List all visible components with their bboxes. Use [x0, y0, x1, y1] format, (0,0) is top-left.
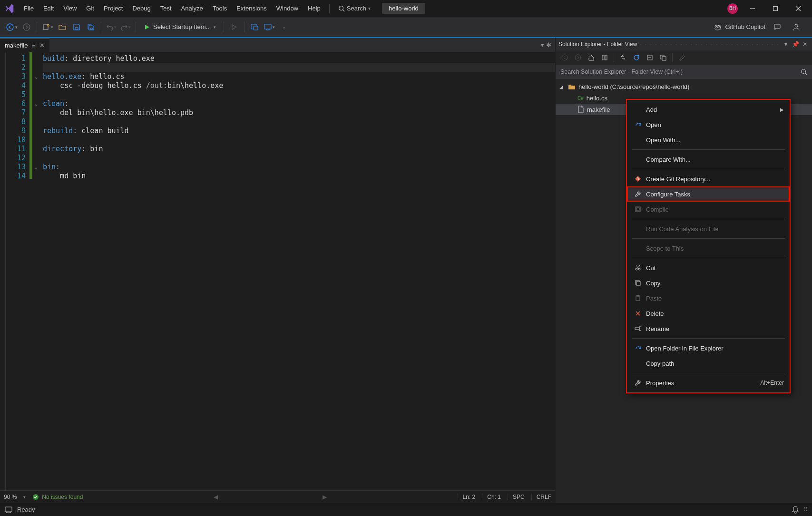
editor-column: makefile ⊟ ✕ ▾ ✻ 1234567891011121314 ⌄⌄⌄… — [0, 37, 555, 503]
panel-forward-icon[interactable] — [573, 52, 583, 63]
doctab-settings-icon[interactable]: ✻ — [546, 41, 551, 49]
context-menu-item-cut[interactable]: Cut — [627, 260, 790, 275]
menu-item-git[interactable]: Git — [81, 0, 99, 17]
redo-icon — [633, 121, 643, 128]
context-menu-item-create-git-repository[interactable]: Create Git Repository... — [627, 171, 790, 186]
start-label: Select Startup Item... — [153, 23, 211, 30]
menu-item-window[interactable]: Window — [272, 0, 303, 17]
start-debugging-button[interactable]: Select Startup Item... ▾ — [139, 20, 221, 34]
nav-forward-button[interactable] — [20, 20, 34, 34]
start-without-debug-button[interactable] — [227, 20, 241, 34]
char-indicator[interactable]: Ch: 1 — [482, 494, 501, 500]
panel-title-bar[interactable]: Solution Explorer - Folder View · · · · … — [556, 38, 812, 50]
notifications-icon[interactable] — [792, 506, 799, 514]
file-icon — [577, 106, 584, 113]
refresh-icon[interactable] — [631, 52, 642, 63]
menu-item-debug[interactable]: Debug — [127, 0, 155, 17]
context-menu-item-delete[interactable]: Delete — [627, 306, 790, 321]
code-content[interactable]: build: directory hello.exehello.exe: hel… — [40, 52, 555, 490]
context-menu-item-copy[interactable]: Copy — [627, 275, 790, 291]
search-label: Search — [347, 5, 366, 12]
context-menu-item-open[interactable]: Open — [627, 117, 790, 132]
minimize-button[interactable] — [744, 2, 761, 15]
redo-button[interactable]: ▾ — [118, 20, 133, 34]
context-menu-item-add[interactable]: Add▶ — [627, 102, 790, 117]
wrench-icon — [633, 191, 643, 197]
fold-column[interactable]: ⌄⌄⌄ — [32, 52, 40, 490]
output-icon[interactable] — [5, 506, 12, 513]
whitespace-indicator[interactable]: SPC — [508, 494, 525, 500]
document-tab-makefile[interactable]: makefile ⊟ ✕ — [0, 38, 49, 52]
maximize-button[interactable] — [767, 2, 783, 15]
context-menu-item-rename[interactable]: Rename — [627, 321, 790, 336]
home-icon[interactable] — [586, 52, 597, 63]
menu-item-edit[interactable]: Edit — [39, 0, 59, 17]
zoom-dropdown-icon[interactable]: ▾ — [23, 495, 26, 499]
panel-search-box[interactable]: Search Solution Explorer - Folder View (… — [556, 65, 812, 79]
nav-back-button[interactable]: ▾ — [4, 20, 20, 34]
zoom-level[interactable]: 90 % — [4, 494, 17, 500]
menu-item-test[interactable]: Test — [156, 0, 176, 17]
sync-icon[interactable] — [618, 52, 628, 63]
context-menu-item-copy-path[interactable]: Copy path — [627, 356, 790, 371]
svg-point-6 — [7, 24, 13, 30]
expand-icon[interactable]: ◢ — [559, 84, 565, 89]
context-menu-label: Open With... — [646, 136, 784, 144]
show-all-icon[interactable] — [658, 52, 668, 63]
live-share-button[interactable]: ▾ — [262, 20, 277, 34]
close-button[interactable] — [790, 2, 806, 15]
document-tab-label: makefile — [5, 42, 28, 49]
properties-icon[interactable] — [676, 52, 687, 63]
save-all-button[interactable] — [84, 20, 98, 34]
issues-indicator[interactable]: No issues found — [32, 494, 83, 500]
context-menu-item-open-with[interactable]: Open With... — [627, 132, 790, 147]
user-avatar[interactable]: BH — [727, 3, 738, 14]
panel-back-icon[interactable] — [559, 52, 570, 63]
doctab-dropdown-icon[interactable]: ▾ — [541, 41, 544, 49]
tree-root[interactable]: ◢ hello-world (C:\source\repos\hello-wor… — [556, 81, 812, 92]
collapse-all-icon[interactable] — [645, 52, 655, 63]
overflow-button[interactable]: ⌄ — [277, 20, 291, 34]
undo-button[interactable]: ▾ — [104, 20, 118, 34]
context-menu-label: Open — [646, 121, 784, 128]
context-menu-item-open-folder-in-file-explorer[interactable]: Open Folder in File Explorer — [627, 341, 790, 356]
menu-item-analyze[interactable]: Analyze — [176, 0, 208, 17]
resize-grip-icon[interactable]: ⠿ — [803, 506, 807, 514]
menu-item-view[interactable]: View — [59, 0, 81, 17]
github-copilot-button[interactable]: GitHub Copilot — [714, 23, 765, 31]
panel-toolbar — [556, 50, 812, 65]
menu-item-help[interactable]: Help — [303, 0, 325, 17]
svg-point-23 — [562, 55, 567, 60]
wrench-icon — [633, 380, 643, 386]
menu-item-file[interactable]: File — [19, 0, 39, 17]
pin-icon[interactable]: ⊟ — [31, 42, 36, 49]
panel-close-icon[interactable]: ✕ — [801, 41, 809, 48]
context-menu-item-properties[interactable]: PropertiesAlt+Enter — [627, 375, 790, 390]
account-button[interactable] — [789, 20, 803, 34]
line-indicator[interactable]: Ln: 2 — [458, 494, 476, 500]
menu-item-project[interactable]: Project — [99, 0, 127, 17]
svg-point-0 — [339, 6, 343, 10]
panel-dropdown-icon[interactable]: ▾ — [782, 41, 790, 48]
menu-item-tools[interactable]: Tools — [208, 0, 232, 17]
context-menu: Add▶OpenOpen With...Compare With...Creat… — [626, 99, 791, 393]
browser-link-button[interactable] — [247, 20, 262, 34]
switch-views-icon[interactable] — [599, 52, 610, 63]
context-menu-item-configure-tasks[interactable]: Configure Tasks — [627, 186, 790, 202]
menu-item-extensions[interactable]: Extensions — [232, 0, 272, 17]
code-editor[interactable]: 1234567891011121314 ⌄⌄⌄ build: directory… — [0, 52, 555, 490]
panel-pin-icon[interactable]: 📌 — [791, 41, 800, 48]
feedback-button[interactable] — [770, 20, 784, 34]
close-tab-icon[interactable]: ✕ — [39, 42, 45, 49]
paste-icon — [633, 295, 643, 302]
status-bar: Ready ⠿ — [0, 503, 812, 516]
open-button[interactable] — [55, 20, 69, 34]
project-selector[interactable]: hello-world — [382, 3, 425, 14]
global-search[interactable]: Search ▾ — [333, 5, 375, 12]
vs-logo-icon — [3, 2, 16, 15]
new-item-button[interactable]: ✦ ▾ — [40, 20, 55, 34]
save-button[interactable] — [69, 20, 84, 34]
eol-indicator[interactable]: CRLF — [531, 494, 551, 500]
svg-point-31 — [802, 69, 806, 74]
context-menu-item-compare-with[interactable]: Compare With... — [627, 152, 790, 167]
